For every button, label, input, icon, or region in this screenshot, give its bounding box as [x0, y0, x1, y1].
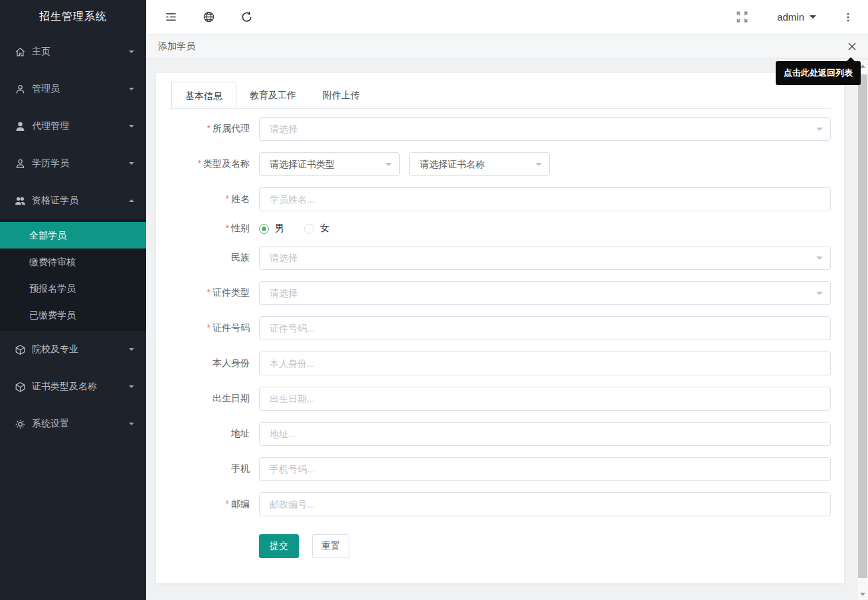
text-input[interactable] — [259, 316, 831, 340]
chevron-down-icon — [129, 125, 134, 130]
kebab-menu-icon[interactable] — [843, 11, 853, 23]
select-value: 请选择证书名称 — [409, 152, 550, 176]
submit-button[interactable]: 提交 — [259, 534, 299, 558]
form-actions: 提交重置 — [259, 534, 831, 558]
sidebar-item-0[interactable]: 主页 — [0, 33, 146, 70]
tab-0[interactable]: 基本信息 — [171, 82, 236, 108]
globe-icon[interactable] — [203, 11, 216, 24]
select-dropdown[interactable]: 请选择证书类型 — [259, 152, 400, 176]
sidebar-item-5[interactable]: 院校及专业 — [0, 331, 146, 368]
fullscreen-icon[interactable] — [736, 11, 749, 24]
sidebar-item-1[interactable]: 管理员 — [0, 70, 146, 108]
user-menu[interactable]: admin — [777, 11, 816, 23]
sidebar-item-label: 院校及专业 — [32, 344, 125, 355]
chevron-down-icon — [129, 50, 134, 56]
form-row-9: 地址 — [169, 422, 831, 446]
text-input[interactable] — [259, 457, 831, 481]
select-value: 请选择证书类型 — [259, 152, 400, 176]
home-icon — [15, 47, 26, 58]
radio-icon — [304, 224, 314, 234]
agent-user-icon — [15, 121, 26, 132]
field-control: 请选择 — [259, 117, 831, 141]
required-asterisk: * — [226, 193, 229, 204]
field-label: *姓名 — [169, 193, 259, 205]
sidebar-item-label: 代理管理 — [32, 120, 125, 132]
select-dropdown[interactable]: 请选择 — [259, 117, 831, 141]
radio-option[interactable]: 女 — [304, 223, 329, 235]
form-row-4: 民族请选择 — [169, 246, 831, 270]
app-title: 招生管理系统 — [0, 0, 146, 33]
field-control — [259, 387, 831, 411]
select-dropdown[interactable]: 请选择证书名称 — [409, 152, 550, 176]
field-control — [259, 187, 831, 211]
tabs-bar: 基本信息教育及工作附件上传 — [169, 82, 831, 109]
sidebar-item-7[interactable]: 系统设置 — [0, 405, 146, 443]
scrollbar-down-arrow[interactable] — [857, 589, 868, 600]
radio-label: 女 — [320, 223, 329, 235]
text-input[interactable] — [259, 422, 831, 446]
select-value: 请选择 — [259, 117, 831, 141]
radio-label: 男 — [275, 223, 284, 235]
topbar-right: admin — [736, 11, 853, 24]
select-value: 请选择 — [259, 246, 831, 270]
form-row-6: *证件号码 — [169, 316, 831, 340]
sidebar-item-2[interactable]: 代理管理 — [0, 108, 146, 145]
chevron-down-icon — [129, 348, 134, 353]
refresh-icon[interactable] — [240, 11, 254, 24]
field-control — [259, 351, 831, 375]
vertical-scrollbar[interactable] — [857, 60, 868, 600]
scrollbar-thumb[interactable] — [858, 74, 867, 578]
field-label: 本人身份 — [169, 357, 259, 369]
cube-icon — [15, 344, 26, 355]
sidebar-nav: 主页管理员代理管理学历学员资格证学员全部学员缴费待审核预报名学员已缴费学员院校及… — [0, 33, 146, 443]
chevron-down-icon — [810, 15, 816, 22]
form-row-0: *所属代理请选择 — [169, 117, 831, 141]
field-label: *邮编 — [169, 498, 259, 510]
sidebar-item-label: 证书类型及名称 — [32, 381, 125, 393]
chevron-down-icon — [129, 88, 134, 93]
tab-2[interactable]: 附件上传 — [309, 82, 373, 108]
content-area: 基本信息教育及工作附件上传 *所属代理请选择*类型及名称请选择证书类型请选择证书… — [146, 59, 868, 600]
text-input[interactable] — [259, 492, 831, 516]
text-input[interactable] — [259, 387, 831, 411]
field-label: *类型及名称 — [169, 158, 259, 170]
username-label: admin — [777, 11, 804, 23]
sidebar-item-4[interactable]: 资格证学员 — [0, 182, 146, 219]
field-control — [259, 316, 831, 340]
required-asterisk: * — [207, 123, 211, 134]
select-dropdown[interactable]: 请选择 — [259, 246, 831, 270]
sidebar-item-label: 学历学员 — [32, 157, 125, 169]
reset-button[interactable]: 重置 — [312, 534, 349, 558]
close-icon[interactable] — [847, 41, 857, 52]
form-row-3: *性别男女 — [169, 223, 831, 235]
text-input[interactable] — [259, 187, 831, 211]
select-dropdown[interactable]: 请选择 — [259, 281, 831, 305]
add-student-form: *所属代理请选择*类型及名称请选择证书类型请选择证书名称*姓名*性别男女民族请选… — [169, 117, 831, 558]
text-input[interactable] — [259, 351, 831, 375]
tab-1[interactable]: 教育及工作 — [236, 82, 309, 108]
submenu-item[interactable]: 缴费待审核 — [0, 249, 146, 275]
radio-option-selected[interactable]: 男 — [259, 223, 284, 235]
submenu-item[interactable]: 预报名学员 — [0, 275, 146, 302]
sidebar-item-6[interactable]: 证书类型及名称 — [0, 368, 146, 405]
degree-student-icon — [15, 158, 26, 169]
chevron-down-icon — [816, 256, 823, 263]
chevron-up-icon — [129, 197, 134, 202]
submenu-item-active[interactable]: 全部学员 — [0, 222, 146, 249]
field-label: 民族 — [169, 252, 259, 264]
cube-icon — [15, 381, 26, 393]
chevron-down-icon — [816, 292, 823, 298]
topbar: admin — [146, 0, 868, 35]
form-row-11: *邮编 — [169, 492, 831, 516]
sidebar-item-3[interactable]: 学历学员 — [0, 145, 146, 182]
form-card: 基本信息教育及工作附件上传 *所属代理请选择*类型及名称请选择证书类型请选择证书… — [156, 73, 844, 583]
submenu-item[interactable]: 已缴费学员 — [0, 302, 146, 328]
sidebar: 招生管理系统 主页管理员代理管理学历学员资格证学员全部学员缴费待审核预报名学员已… — [0, 0, 146, 600]
sidebar-item-label: 系统设置 — [32, 418, 125, 430]
sidebar-submenu: 全部学员缴费待审核预报名学员已缴费学员 — [0, 219, 146, 331]
required-asterisk: * — [226, 223, 229, 233]
field-label: *证件类型 — [169, 287, 259, 299]
fold-icon[interactable] — [165, 11, 178, 24]
sidebar-item-label: 主页 — [32, 46, 125, 58]
chevron-down-icon — [816, 128, 823, 134]
